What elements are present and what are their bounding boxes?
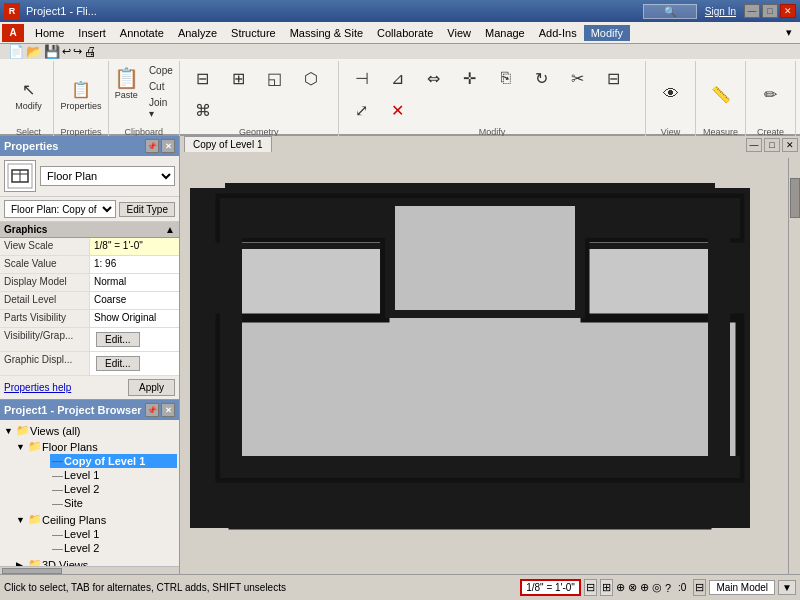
svg-rect-28: [220, 238, 242, 456]
view-icon-1[interactable]: ⊟: [584, 579, 597, 596]
menu-home[interactable]: Home: [28, 25, 71, 41]
geom-btn-5[interactable]: ⌘: [186, 95, 220, 125]
cope-btn[interactable]: Cope: [145, 63, 178, 78]
measure-btn[interactable]: 📏: [704, 79, 738, 109]
join-btn[interactable]: Join ▾: [145, 95, 178, 121]
type-selector[interactable]: Floor Plan: [40, 166, 175, 186]
prop-visibility-graphics: Visibility/Grap... Edit...: [0, 328, 179, 352]
ribbon-group-select: ↖ Modify Select: [4, 61, 54, 139]
paste-btn[interactable]: 📋 Paste: [110, 63, 143, 121]
tree-node-floor-plans: ▼ 📁 Floor Plans — Copy of Level 1: [14, 438, 177, 511]
offset-btn[interactable]: ⊿: [381, 63, 415, 93]
tree-leaf-ceil-level1[interactable]: — Level 1: [50, 527, 177, 541]
menu-collaborate[interactable]: Collaborate: [370, 25, 440, 41]
menu-annotate[interactable]: Annotate: [113, 25, 171, 41]
canvas-vscrollbar-thumb[interactable]: [790, 178, 800, 218]
align-btn[interactable]: ⊣: [345, 63, 379, 93]
graphic-disp-edit-btn[interactable]: Edit...: [96, 356, 140, 371]
tree-item-views-all[interactable]: ▼ 📁 Views (all): [2, 423, 177, 438]
delete-btn[interactable]: ✕: [381, 95, 415, 125]
coords-display: :0: [674, 582, 690, 593]
menu-view[interactable]: View: [440, 25, 478, 41]
ribbon-group-properties: 📋 Properties Properties: [54, 61, 109, 139]
title-bar: R Project1 - Fli... 🔍 Sign In — □ ✕: [0, 0, 800, 22]
view-icon-7[interactable]: ?: [665, 582, 671, 594]
view-icon-5[interactable]: ⊕: [640, 581, 649, 594]
menu-insert[interactable]: Insert: [71, 25, 113, 41]
split-btn[interactable]: ⊟: [597, 63, 631, 93]
menu-modify[interactable]: Modify: [584, 25, 630, 41]
menu-expand[interactable]: ▾: [780, 24, 798, 41]
qat-new[interactable]: 📄: [8, 44, 24, 59]
tree-item-3d-views[interactable]: ▶ 📁 3D Views: [14, 557, 177, 566]
cut-btn[interactable]: Cut: [145, 79, 178, 94]
visibility-edit-btn[interactable]: Edit...: [96, 332, 140, 347]
rotate-btn[interactable]: ↻: [525, 63, 559, 93]
canvas-minimize-btn[interactable]: —: [746, 138, 762, 152]
menu-manage[interactable]: Manage: [478, 25, 532, 41]
detail-level-icon[interactable]: ⊟: [693, 579, 706, 596]
tree-item-floor-plans[interactable]: ▼ 📁 Floor Plans: [14, 439, 177, 454]
view-icon-6[interactable]: ◎: [652, 581, 662, 594]
create-btn[interactable]: ✏: [754, 79, 788, 109]
menu-addins[interactable]: Add-Ins: [532, 25, 584, 41]
status-message: Click to select, TAB for alternates, CTR…: [4, 582, 514, 593]
instance-selector[interactable]: Floor Plan: Copy of: [4, 200, 116, 218]
properties-help-link[interactable]: Properties help: [4, 382, 71, 393]
scale-btn[interactable]: ⤢: [345, 95, 379, 125]
properties-pin-btn[interactable]: 📌: [145, 139, 159, 153]
tree-leaf-ceil-level2[interactable]: — Level 2: [50, 541, 177, 555]
menu-massing[interactable]: Massing & Site: [283, 25, 370, 41]
browser-close-btn[interactable]: ✕: [161, 403, 175, 417]
title-minimize-btn[interactable]: —: [744, 4, 760, 18]
geom-btn-3[interactable]: ◱: [258, 63, 292, 93]
browser-pin-btn[interactable]: 📌: [145, 403, 159, 417]
select-btn[interactable]: ↖ Modify: [10, 74, 47, 114]
tree-leaf-copy-level1[interactable]: — Copy of Level 1: [50, 454, 177, 468]
trim-btn[interactable]: ✂: [561, 63, 595, 93]
browser-scrollbar[interactable]: [2, 568, 62, 574]
signin-text[interactable]: Sign In: [705, 6, 736, 17]
canvas-maximize-btn[interactable]: □: [764, 138, 780, 152]
canvas-vscrollbar[interactable]: [788, 158, 800, 574]
mirror-btn[interactable]: ⇔: [417, 63, 451, 93]
title-close-btn[interactable]: ✕: [780, 4, 796, 18]
status-dropdown-btn[interactable]: ▼: [778, 580, 796, 595]
scale-display[interactable]: 1/8" = 1'-0": [520, 579, 581, 596]
qat-redo[interactable]: ↪: [73, 45, 82, 58]
ribbon-group-modify: ⊣ ⊿ ⇔ ✛ ⎘ ↻ ✂ ⊟ ⤢ ✕ Modify: [339, 61, 646, 139]
menu-structure[interactable]: Structure: [224, 25, 283, 41]
tree-leaf-level2[interactable]: — Level 2: [50, 482, 177, 496]
view-icon-3[interactable]: ⊕: [616, 581, 625, 594]
tree-item-ceiling-plans[interactable]: ▼ 📁 Ceiling Plans: [14, 512, 177, 527]
search-bar[interactable]: 🔍: [643, 4, 697, 19]
move-btn[interactable]: ✛: [453, 63, 487, 93]
title-maximize-btn[interactable]: □: [762, 4, 778, 18]
edit-type-btn[interactable]: Edit Type: [119, 202, 175, 217]
qat-print[interactable]: 🖨: [84, 44, 97, 59]
menu-analyze[interactable]: Analyze: [171, 25, 224, 41]
apply-btn[interactable]: Apply: [128, 379, 175, 396]
view-icon-4[interactable]: ⊗: [628, 581, 637, 594]
qat-save[interactable]: 💾: [44, 44, 60, 59]
tree-leaf-level1[interactable]: — Level 1: [50, 468, 177, 482]
geom-btn-4[interactable]: ⬡: [294, 63, 328, 93]
floor-plan-canvas[interactable]: [180, 158, 788, 574]
tree-node-3d-views: ▶ 📁 3D Views: [14, 556, 177, 566]
status-controls: 1/8" = 1'-0" ⊟ ⊞ ⊕ ⊗ ⊕ ◎ ? :0 ⊟ Main Mod…: [520, 579, 796, 596]
geom-btn-2[interactable]: ⊞: [222, 63, 256, 93]
qat-undo[interactable]: ↩: [62, 45, 71, 58]
tree-leaf-site[interactable]: — Site: [50, 496, 177, 510]
canvas-close-btn[interactable]: ✕: [782, 138, 798, 152]
view-icon-2[interactable]: ⊞: [600, 579, 613, 596]
copy-btn[interactable]: ⎘: [489, 63, 523, 93]
qat-open[interactable]: 📂: [26, 44, 42, 59]
graphics-section-collapse[interactable]: ▲: [165, 224, 175, 235]
ribbon-group-measure: 📏 Measure: [696, 61, 746, 139]
prop-view-scale: View Scale 1/8" = 1'-0": [0, 238, 179, 256]
view-tab[interactable]: Copy of Level 1: [184, 136, 272, 152]
geom-btn-1[interactable]: ⊟: [186, 63, 220, 93]
properties-btn[interactable]: 📋 Properties: [55, 74, 106, 114]
view-btn[interactable]: 👁: [654, 79, 688, 109]
properties-close-btn[interactable]: ✕: [161, 139, 175, 153]
